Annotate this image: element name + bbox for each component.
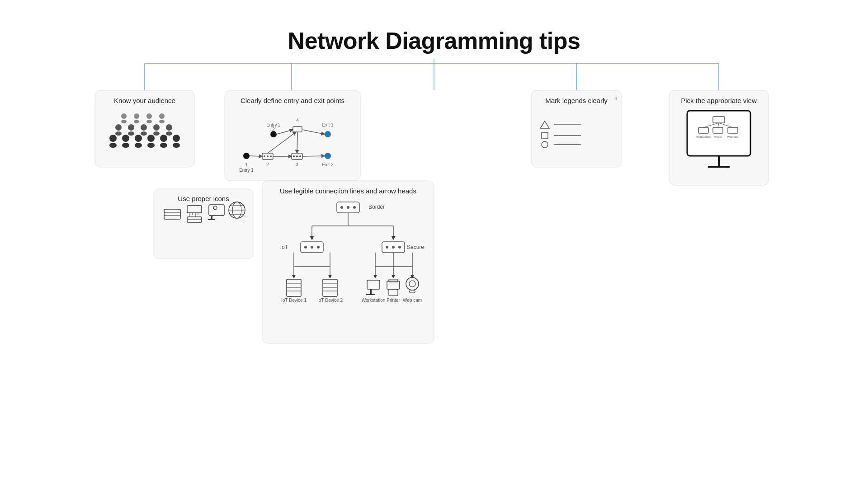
svg-rect-35 (146, 120, 152, 123)
svg-rect-84 (728, 127, 738, 133)
svg-text:IoT: IoT (280, 244, 288, 250)
svg-line-86 (718, 123, 719, 127)
svg-point-126 (304, 246, 307, 249)
page-title: Network Diagramming tips (288, 27, 580, 54)
svg-point-109 (229, 202, 245, 218)
svg-point-108 (213, 206, 217, 210)
svg-text:8: 8 (614, 96, 617, 101)
svg-point-128 (317, 246, 320, 249)
svg-rect-106 (211, 216, 212, 219)
svg-text:2: 2 (266, 162, 269, 167)
svg-text:2: 2 (272, 127, 275, 132)
svg-rect-78 (669, 90, 769, 185)
svg-point-24 (141, 124, 147, 131)
svg-rect-15 (147, 143, 155, 148)
svg-point-110 (232, 202, 241, 218)
svg-marker-72 (540, 121, 549, 128)
svg-point-60 (325, 153, 331, 159)
svg-text:Exit 1: Exit 1 (322, 122, 333, 127)
svg-rect-167 (410, 290, 415, 293)
svg-rect-53 (292, 153, 302, 160)
svg-text:1: 1 (245, 162, 248, 167)
svg-point-131 (386, 246, 388, 249)
svg-rect-11 (122, 143, 129, 148)
svg-rect-80 (687, 111, 750, 156)
svg-rect-105 (209, 205, 224, 216)
svg-rect-33 (134, 120, 139, 123)
svg-rect-95 (164, 209, 180, 219)
svg-text:4: 4 (296, 118, 299, 123)
svg-point-20 (115, 124, 122, 131)
svg-rect-93 (154, 189, 253, 259)
svg-point-58 (325, 131, 331, 137)
svg-text:Border: Border (368, 204, 385, 210)
svg-rect-103 (187, 217, 202, 222)
svg-point-32 (134, 113, 139, 119)
svg-point-48 (270, 131, 277, 137)
svg-rect-9 (109, 143, 117, 148)
svg-point-117 (340, 206, 343, 209)
svg-rect-161 (387, 281, 400, 289)
svg-text:IoT Device 1: IoT Device 1 (281, 298, 307, 303)
svg-text:Web cam: Web cam (403, 298, 422, 303)
svg-point-36 (159, 113, 165, 119)
page: Network Diagramming tips Know your audie… (0, 0, 868, 488)
svg-rect-116 (337, 202, 359, 213)
svg-text:Entry 1: Entry 1 (239, 168, 254, 173)
layout-svg: Know your audience (0, 0, 868, 488)
svg-point-118 (347, 206, 349, 209)
svg-rect-163 (389, 289, 398, 296)
svg-line-85 (703, 123, 719, 127)
svg-rect-162 (389, 279, 398, 282)
svg-point-30 (121, 113, 127, 119)
svg-text:IoT Device 2: IoT Device 2 (317, 298, 343, 303)
svg-rect-147 (287, 279, 301, 296)
svg-point-166 (409, 281, 415, 287)
svg-rect-107 (208, 219, 215, 220)
svg-rect-51 (293, 127, 302, 132)
svg-line-65 (302, 130, 325, 134)
svg-point-56 (299, 155, 301, 157)
svg-text:Clearly define entry and exit : Clearly define entry and exit points (241, 97, 344, 104)
svg-point-44 (264, 155, 265, 157)
svg-rect-92 (708, 166, 730, 168)
svg-point-14 (147, 135, 155, 142)
svg-text:Printer: Printer (387, 298, 400, 303)
svg-rect-27 (153, 131, 160, 136)
svg-point-132 (392, 246, 395, 249)
svg-rect-74 (542, 132, 548, 139)
svg-rect-125 (301, 242, 323, 253)
svg-rect-83 (713, 127, 723, 133)
svg-rect-23 (128, 131, 134, 136)
svg-rect-13 (135, 143, 142, 148)
svg-point-28 (166, 124, 172, 131)
svg-rect-29 (166, 131, 172, 136)
svg-point-26 (153, 124, 160, 131)
svg-rect-6 (95, 90, 194, 167)
svg-rect-81 (713, 117, 725, 123)
svg-text:Pick the appropriate view: Pick the appropriate view (681, 97, 757, 104)
svg-text:Secure: Secure (407, 244, 424, 250)
svg-text:Printer: Printer (714, 136, 722, 138)
svg-rect-130 (382, 242, 405, 253)
svg-rect-21 (115, 131, 122, 136)
svg-text:Mark legends clearly: Mark legends clearly (545, 97, 608, 104)
svg-line-63 (277, 130, 293, 134)
svg-point-133 (398, 246, 401, 249)
svg-line-62 (250, 156, 262, 156)
svg-text:Use proper icons: Use proper icons (178, 195, 229, 202)
svg-rect-17 (160, 143, 167, 148)
svg-point-55 (296, 155, 298, 157)
svg-point-127 (311, 246, 313, 249)
svg-rect-37 (159, 120, 165, 123)
svg-rect-31 (121, 120, 127, 123)
svg-rect-158 (370, 289, 372, 294)
svg-rect-19 (173, 143, 180, 148)
svg-text:Web cam: Web cam (727, 136, 738, 138)
svg-rect-82 (698, 127, 708, 133)
svg-point-119 (353, 206, 356, 209)
svg-rect-69 (531, 90, 622, 167)
svg-rect-152 (323, 279, 337, 296)
svg-rect-43 (262, 153, 273, 160)
svg-text:3: 3 (296, 162, 298, 167)
